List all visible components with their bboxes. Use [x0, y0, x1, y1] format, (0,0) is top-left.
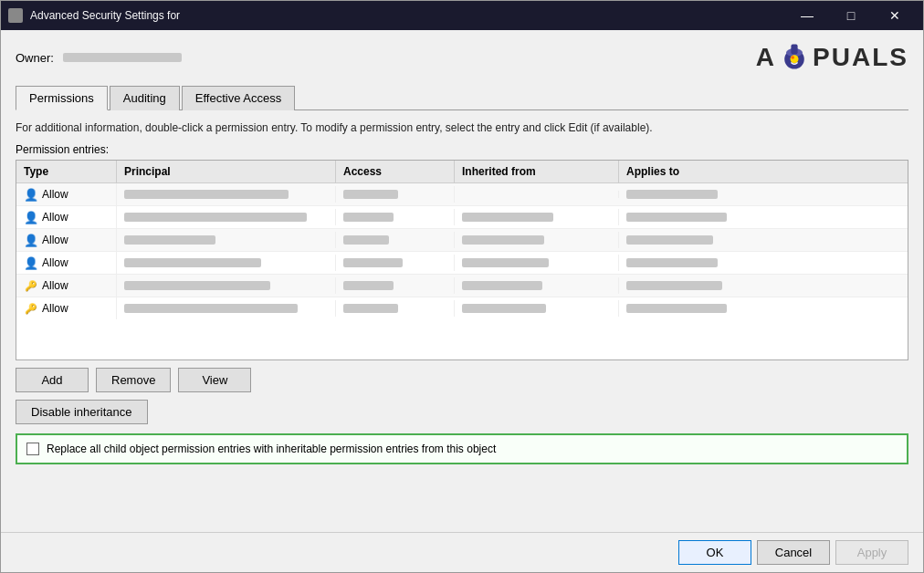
cell-appliesto: [619, 255, 908, 271]
cell-inherited: [455, 277, 619, 294]
owner-row: Owner: A PUALS: [16, 41, 908, 74]
svg-point-3: [791, 55, 799, 63]
section-label: Permission entries:: [16, 143, 908, 156]
cell-appliesto: [619, 186, 908, 203]
table-header: Type Principal Access Inherited from App…: [16, 161, 908, 183]
cell-principal: [117, 186, 336, 203]
cell-access: [336, 277, 455, 294]
close-button[interactable]: ✕: [874, 1, 916, 30]
cell-type-value: Allow: [42, 188, 68, 201]
owner-label: Owner:: [16, 51, 54, 65]
tabs-bar: Permissions Auditing Effective Access: [16, 85, 908, 110]
table-row[interactable]: 👤 Allow: [16, 252, 908, 275]
cell-inherited: [455, 255, 619, 271]
svg-rect-2: [791, 45, 797, 55]
cell-type-value: Allow: [42, 302, 68, 315]
key-icon: 🔑: [24, 301, 38, 316]
info-text: For additional information, double-click…: [16, 120, 908, 136]
cell-principal: [117, 255, 336, 271]
footer: OK Cancel Apply: [1, 532, 923, 572]
titlebar: Advanced Security Settings for — □ ✕: [1, 1, 923, 30]
cell-inherited: [455, 300, 619, 317]
col-principal: Principal: [117, 161, 336, 182]
owner-value: [63, 53, 182, 62]
cell-inherited: [455, 191, 619, 198]
cell-access: [336, 209, 455, 225]
appuals-hat-icon: [778, 41, 811, 74]
minimize-button[interactable]: —: [786, 1, 828, 30]
table-row[interactable]: 👤 Allow: [16, 206, 908, 229]
add-button[interactable]: Add: [16, 368, 89, 392]
tab-permissions[interactable]: Permissions: [16, 86, 108, 110]
replace-checkbox[interactable]: [26, 443, 39, 455]
cell-type-value: Allow: [42, 279, 68, 292]
permission-table: Type Principal Access Inherited from App…: [16, 160, 908, 360]
remove-button[interactable]: Remove: [96, 368, 171, 392]
cell-type: 👤 Allow: [16, 252, 117, 274]
col-inherited: Inherited from: [455, 161, 619, 182]
cell-access: [336, 255, 455, 271]
replace-label: Replace all child object permission entr…: [47, 443, 496, 455]
cell-type: 👤 Allow: [16, 229, 117, 251]
cancel-button[interactable]: Cancel: [757, 540, 830, 565]
col-type: Type: [16, 161, 117, 182]
window-controls: — □ ✕: [786, 1, 916, 30]
cell-type: 👤 Allow: [16, 206, 117, 228]
cell-access: [336, 300, 455, 317]
window-title: Advanced Security Settings for: [30, 9, 786, 22]
cell-appliesto: [619, 232, 908, 248]
cell-inherited: [455, 209, 619, 225]
disable-inheritance-row: Disable inheritance: [16, 400, 908, 424]
replace-row: Replace all child object permission entr…: [16, 433, 908, 464]
view-button[interactable]: View: [178, 368, 251, 392]
content-area: Owner: A PUALS Permissions Auditing Ef: [1, 30, 923, 532]
user-icon: 👤: [24, 255, 38, 270]
action-buttons: Add Remove View: [16, 368, 908, 392]
cell-type-value: Allow: [42, 234, 68, 246]
tab-auditing[interactable]: Auditing: [110, 86, 180, 110]
table-row[interactable]: 👤 Allow: [16, 229, 908, 252]
cell-principal: [117, 232, 336, 248]
user-icon: 👤: [24, 210, 38, 224]
cell-inherited: [455, 232, 619, 248]
user-icon: 👤: [24, 187, 38, 202]
key-icon: 🔑: [24, 278, 38, 293]
cell-access: [336, 186, 455, 203]
main-window: Advanced Security Settings for — □ ✕ Own…: [0, 0, 924, 573]
cell-type-value: Allow: [42, 211, 68, 224]
cell-type: 🔑 Allow: [16, 275, 117, 297]
col-access: Access: [336, 161, 455, 182]
user-icon: 👤: [24, 233, 38, 247]
cell-appliesto: [619, 300, 908, 317]
cell-appliesto: [619, 277, 908, 294]
window-icon: [8, 8, 23, 23]
table-row[interactable]: 🔑 Allow: [16, 275, 908, 297]
table-row[interactable]: 👤 Allow: [16, 183, 908, 206]
col-appliesto: Applies to: [619, 161, 908, 182]
ok-button[interactable]: OK: [678, 540, 751, 565]
cell-type-value: Allow: [42, 256, 68, 269]
cell-type: 👤 Allow: [16, 183, 117, 205]
cell-principal: [117, 277, 336, 294]
cell-principal: [117, 300, 336, 317]
svg-point-4: [791, 56, 794, 59]
cell-access: [336, 232, 455, 248]
maximize-button[interactable]: □: [830, 1, 872, 30]
table-row[interactable]: 🔑 Allow: [16, 297, 908, 319]
appuals-logo: A PUALS: [756, 41, 908, 74]
tab-effective-access[interactable]: Effective Access: [182, 86, 295, 110]
cell-appliesto: [619, 209, 908, 225]
apply-button[interactable]: Apply: [835, 540, 908, 565]
cell-type: 🔑 Allow: [16, 297, 117, 319]
disable-inheritance-button[interactable]: Disable inheritance: [16, 400, 148, 424]
cell-principal: [117, 209, 336, 225]
